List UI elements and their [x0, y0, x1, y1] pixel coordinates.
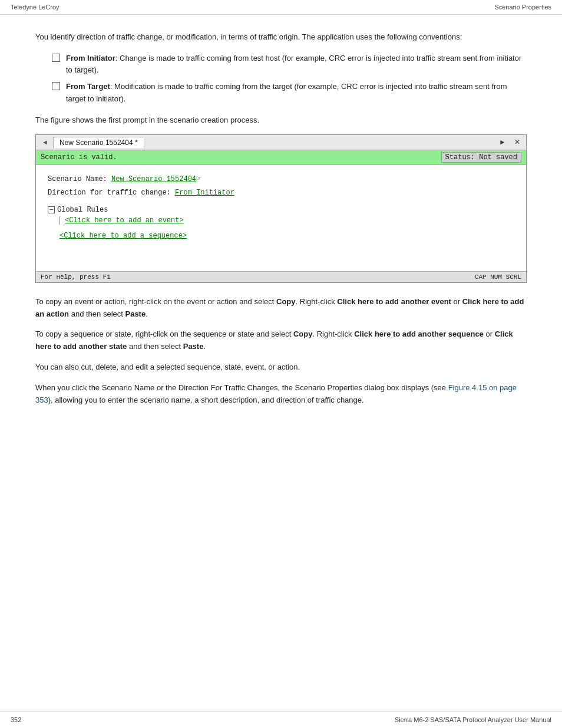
back-button[interactable]: ◄ [39, 138, 51, 146]
titlebar-left: ◄ New Scenario 1552404 * [39, 137, 144, 148]
footer-right-text: CAP NUM SCRL [475, 274, 521, 281]
bullet-list: From Initiator: Change is made to traffi… [52, 52, 527, 105]
direction-label: Direction for traffic change: [48, 189, 171, 197]
window-tab[interactable]: New Scenario 1552404 * [53, 137, 144, 148]
page-number: 352 [11, 716, 21, 723]
status-valid-text: Scenario is valid. [41, 153, 117, 162]
scenario-name-link[interactable]: New Scenario 1552404 [111, 175, 196, 183]
page-footer: 352 Sierra M6-2 SAS/SATA Protocol Analyz… [0, 711, 562, 728]
page-header: Teledyne LeCroy Scenario Properties [0, 0, 562, 15]
bullet-text-1: From Initiator: Change is made to traffi… [66, 52, 527, 76]
figure-caption: The figure shows the first prompt in the… [35, 114, 527, 126]
bullet-bold-1: From Initiator [66, 54, 115, 62]
list-item: From Initiator: Change is made to traffi… [52, 52, 527, 76]
scenario-name-line: Scenario Name: New Scenario 1552404☞ [48, 172, 514, 185]
cursor-icon: ☞ [196, 172, 201, 185]
global-rules-label: Global Rules [57, 206, 108, 214]
bullet-text-2: From Target: Modification is made to tra… [66, 81, 527, 104]
body-para-4: When you click the Scenario Name or the … [35, 382, 527, 407]
tree-indent: <Click here to add an event> [59, 216, 514, 225]
bullet-icon-1 [52, 54, 60, 62]
add-sequence-link[interactable]: <Click here to add a sequence> [59, 232, 514, 240]
window-titlebar: ◄ New Scenario 1552404 * ► ✕ [36, 135, 526, 150]
status-saved-text: Status: Not saved [441, 152, 521, 163]
scenario-name-label: Scenario Name: [48, 175, 107, 183]
header-left: Teledyne LeCroy [11, 4, 59, 11]
run-button[interactable]: ► [497, 138, 508, 146]
global-rules-header: − Global Rules [48, 206, 514, 214]
body-para-1: To copy an event or action, right-click … [35, 296, 527, 321]
header-right: Scenario Properties [494, 4, 551, 11]
window-footer: For Help, press F1 CAP NUM SCRL [36, 271, 526, 282]
add-event-link[interactable]: <Click here to add an event> [65, 216, 514, 225]
global-rules-section: − Global Rules <Click here to add an eve… [48, 206, 514, 225]
main-content: You identify direction of traffic change… [0, 15, 562, 426]
collapse-button[interactable]: − [48, 206, 55, 213]
body-para-3: You can also cut, delete, and edit a sel… [35, 361, 527, 374]
screenshot-window: ◄ New Scenario 1552404 * ► ✕ Scenario is… [35, 134, 527, 283]
bullet-icon-2 [52, 82, 60, 90]
titlebar-right: ► ✕ [497, 138, 523, 146]
list-item: From Target: Modification is made to tra… [52, 81, 527, 104]
window-body: Scenario Name: New Scenario 1552404☞ Dir… [36, 165, 526, 271]
direction-link[interactable]: From Initiator [175, 189, 234, 197]
window-statusbar: Scenario is valid. Status: Not saved [36, 150, 526, 165]
close-button[interactable]: ✕ [512, 138, 523, 146]
footer-right: Sierra M6-2 SAS/SATA Protocol Analyzer U… [395, 716, 551, 723]
footer-help-text: For Help, press F1 [41, 274, 111, 281]
figure-ref-link[interactable]: Figure 4.15 on page 353 [35, 383, 517, 404]
direction-line: Direction for traffic change: From Initi… [48, 187, 514, 199]
body-para-2: To copy a sequence or state, right-click… [35, 328, 527, 353]
bullet-bold-2: From Target [66, 82, 110, 91]
intro-paragraph: You identify direction of traffic change… [35, 31, 527, 43]
